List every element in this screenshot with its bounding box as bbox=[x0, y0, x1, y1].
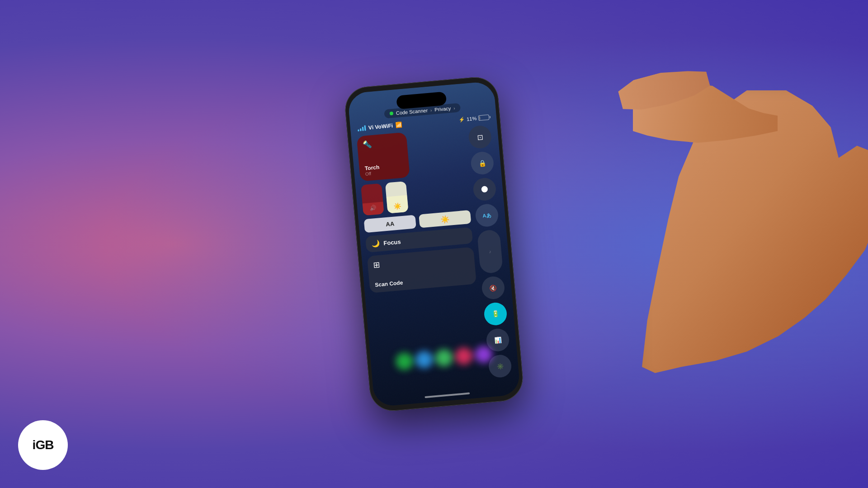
volume-slider[interactable]: 🔊 bbox=[361, 183, 384, 216]
mute-icon: 🔇 bbox=[489, 284, 497, 291]
battery-body bbox=[478, 114, 490, 121]
screen-mirror-button[interactable]: ⊡ bbox=[468, 125, 492, 149]
privacy-dot bbox=[390, 112, 394, 116]
record-icon bbox=[481, 186, 488, 192]
lock-rotation-button[interactable]: 🔒 bbox=[470, 151, 495, 175]
text-size-button[interactable]: AA bbox=[364, 215, 416, 233]
battery-saver-button[interactable]: 🔋 bbox=[483, 302, 508, 326]
focus-moon-icon: 🌙 bbox=[371, 239, 380, 248]
screen-record-button[interactable] bbox=[472, 177, 497, 202]
music-note: ♪ bbox=[489, 249, 491, 254]
phone-body: Code Scanner › Privacy › Vi VoWiFi 📶 bbox=[343, 75, 524, 413]
igb-logo-text: iGB bbox=[33, 438, 54, 452]
sliders-row: 🔊 ☀️ bbox=[361, 176, 470, 216]
battery-saver-icon: 🔋 bbox=[491, 310, 500, 318]
igb-logo: iGB bbox=[18, 420, 68, 470]
torch-tile[interactable]: 🔦 Torch Off bbox=[357, 132, 410, 181]
phone-mockup: Code Scanner › Privacy › Vi VoWiFi 📶 bbox=[343, 75, 524, 413]
screen-mirror-icon: ⊡ bbox=[476, 132, 483, 141]
signal-bars bbox=[358, 125, 366, 131]
volume-pill[interactable]: ♪ bbox=[477, 229, 503, 274]
app-blob-3 bbox=[434, 348, 453, 367]
battery-percent: 11% bbox=[467, 116, 477, 122]
scan-icon: ⊞ bbox=[373, 252, 469, 270]
brightness-icon: ☀️ bbox=[393, 202, 401, 210]
app-blob-1 bbox=[395, 352, 414, 371]
signal-bar-2 bbox=[360, 128, 362, 131]
translate-icon: Aあ bbox=[482, 211, 491, 219]
mute-button[interactable]: 🔇 bbox=[481, 276, 505, 300]
privacy-arrow: › bbox=[430, 108, 432, 113]
aa-label: AA bbox=[386, 220, 395, 228]
app-blob-2 bbox=[415, 350, 434, 369]
translate-button[interactable]: Aあ bbox=[475, 203, 499, 227]
scan-code-tile[interactable]: ⊞ Scan Code bbox=[367, 247, 476, 293]
signal-bar-3 bbox=[362, 127, 364, 131]
signal-bar-1 bbox=[358, 129, 359, 131]
app-blob-5 bbox=[474, 345, 493, 364]
wifi-icon: 📶 bbox=[395, 122, 402, 128]
lock-rotation-icon: 🔒 bbox=[478, 159, 486, 167]
charge-icon: ⚡ bbox=[458, 117, 465, 123]
phone-screen: Code Scanner › Privacy › Vi VoWiFi 📶 bbox=[347, 81, 520, 407]
focus-label: Focus bbox=[383, 238, 401, 246]
torch-icon: 🔦 bbox=[362, 137, 401, 149]
sun-icon: ☀️ bbox=[440, 214, 450, 224]
app-blob-4 bbox=[454, 347, 473, 366]
privacy-app-name: Code Scanner bbox=[396, 108, 428, 116]
control-center: 🔦 Torch Off 🔊 ☀️ bbox=[357, 125, 513, 373]
signal-bar-4 bbox=[364, 125, 366, 131]
scan-label: Scan Code bbox=[375, 273, 471, 288]
dark-mode-button[interactable]: ☀️ bbox=[419, 210, 471, 228]
battery-fill bbox=[479, 116, 481, 120]
volume-slider-icon: 🔊 bbox=[369, 205, 377, 211]
privacy-label: Privacy bbox=[434, 106, 451, 113]
brightness-slider[interactable]: ☀️ bbox=[385, 181, 409, 214]
privacy-chevron: › bbox=[453, 105, 455, 110]
